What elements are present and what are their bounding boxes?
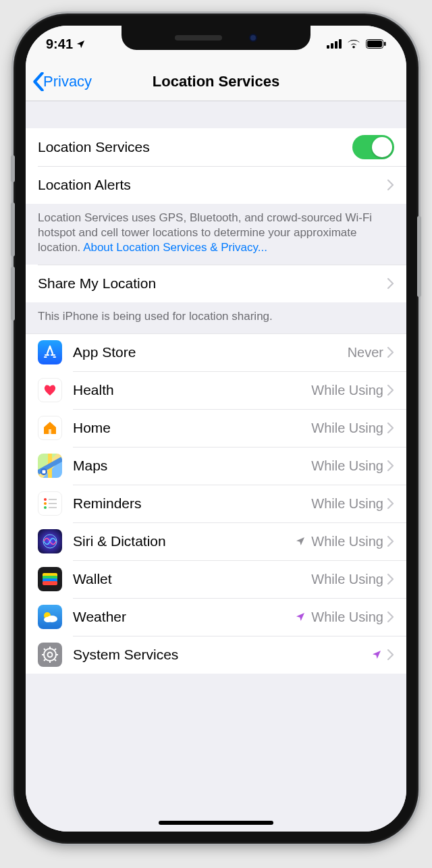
speaker-grille bbox=[175, 35, 222, 40]
chevron-right-icon bbox=[387, 612, 394, 622]
chevron-right-icon bbox=[387, 649, 394, 660]
svg-point-11 bbox=[44, 498, 47, 501]
app-row-reminders[interactable]: RemindersWhile Using bbox=[26, 485, 406, 522]
app-label: Reminders bbox=[73, 495, 142, 512]
svg-point-26 bbox=[48, 653, 53, 657]
app-label: Wallet bbox=[73, 571, 112, 587]
chevron-right-icon bbox=[387, 536, 394, 547]
content-scroll[interactable]: Location Services Location Alerts Locati… bbox=[26, 101, 406, 832]
app-label: Weather bbox=[73, 609, 126, 625]
share-location-label: Share My Location bbox=[38, 275, 156, 292]
app-row-siri[interactable]: Siri & DictationWhile Using bbox=[26, 522, 406, 560]
svg-point-13 bbox=[44, 506, 47, 509]
system-icon bbox=[38, 643, 62, 667]
about-privacy-link[interactable]: About Location Services & Privacy... bbox=[83, 241, 267, 254]
svg-rect-5 bbox=[367, 40, 382, 47]
group-main: Location Services Location Alerts bbox=[26, 128, 406, 204]
svg-line-31 bbox=[44, 649, 45, 650]
back-label: Privacy bbox=[43, 73, 92, 90]
app-value: While Using bbox=[311, 421, 383, 436]
app-value: While Using bbox=[311, 496, 383, 512]
svg-rect-0 bbox=[327, 45, 329, 49]
app-row-appstore[interactable]: App StoreNever bbox=[26, 333, 406, 371]
location-indicator-icon bbox=[295, 536, 306, 547]
location-services-label: Location Services bbox=[38, 139, 150, 155]
app-row-system[interactable]: System Services bbox=[26, 636, 406, 674]
back-button[interactable]: Privacy bbox=[32, 72, 92, 91]
row-location-services[interactable]: Location Services bbox=[26, 128, 406, 166]
health-icon bbox=[38, 378, 62, 402]
svg-rect-10 bbox=[43, 470, 46, 474]
app-label: Siri & Dictation bbox=[73, 533, 166, 549]
svg-point-25 bbox=[44, 649, 56, 661]
siri-icon bbox=[38, 529, 62, 553]
chevron-right-icon bbox=[387, 498, 394, 509]
svg-rect-6 bbox=[384, 42, 386, 46]
location-indicator-icon bbox=[371, 649, 382, 660]
maps-icon bbox=[38, 454, 62, 478]
group-share: Share My Location bbox=[26, 265, 406, 302]
app-value: While Using bbox=[311, 609, 383, 625]
group-apps: App StoreNeverHealthWhile UsingHomeWhile… bbox=[26, 333, 406, 674]
svg-point-12 bbox=[44, 502, 47, 505]
app-label: App Store bbox=[73, 344, 136, 360]
appstore-icon bbox=[38, 340, 62, 364]
svg-point-24 bbox=[44, 617, 52, 622]
svg-line-34 bbox=[55, 649, 56, 650]
power-button bbox=[417, 216, 421, 297]
footer-share-text: This iPhone is being used for location s… bbox=[38, 310, 273, 323]
cellular-icon bbox=[327, 39, 342, 49]
row-share-location[interactable]: Share My Location bbox=[26, 265, 406, 302]
app-label: System Services bbox=[73, 647, 178, 663]
location-services-toggle[interactable] bbox=[352, 135, 394, 159]
volume-up bbox=[11, 202, 15, 256]
svg-rect-3 bbox=[339, 39, 342, 49]
notch bbox=[122, 26, 310, 50]
battery-icon bbox=[366, 39, 386, 49]
app-row-home[interactable]: HomeWhile Using bbox=[26, 409, 406, 447]
svg-line-33 bbox=[44, 659, 45, 661]
app-value: While Using bbox=[311, 458, 383, 474]
chevron-right-icon bbox=[387, 347, 394, 358]
app-label: Maps bbox=[73, 458, 107, 474]
weather-icon bbox=[38, 605, 62, 629]
mute-switch bbox=[11, 155, 15, 182]
footer-location-desc: Location Services uses GPS, Bluetooth, a… bbox=[26, 204, 406, 265]
app-value: While Using bbox=[311, 534, 383, 549]
app-row-weather[interactable]: WeatherWhile Using bbox=[26, 598, 406, 636]
app-row-wallet[interactable]: WalletWhile Using bbox=[26, 560, 406, 598]
footer-share-desc: This iPhone is being used for location s… bbox=[26, 302, 406, 333]
chevron-right-icon bbox=[387, 180, 394, 190]
svg-rect-21 bbox=[43, 581, 57, 585]
chevron-right-icon bbox=[387, 460, 394, 471]
home-indicator[interactable] bbox=[159, 821, 273, 825]
device-frame: 9:41 Privacy Location Services Location … bbox=[14, 13, 418, 844]
location-indicator-icon bbox=[295, 612, 306, 622]
reminders-icon bbox=[38, 491, 62, 516]
app-value: While Using bbox=[311, 383, 383, 398]
app-label: Health bbox=[73, 382, 114, 398]
chevron-right-icon bbox=[387, 385, 394, 396]
app-label: Home bbox=[73, 420, 111, 436]
front-camera bbox=[249, 34, 257, 42]
location-arrow-icon bbox=[76, 39, 86, 49]
nav-bar: Privacy Location Services bbox=[26, 62, 406, 101]
svg-rect-1 bbox=[331, 43, 333, 49]
chevron-right-icon bbox=[387, 278, 394, 289]
home-icon bbox=[38, 416, 62, 440]
app-value: Never bbox=[348, 345, 383, 360]
location-alerts-label: Location Alerts bbox=[38, 177, 131, 193]
app-value: While Using bbox=[311, 572, 383, 587]
app-row-health[interactable]: HealthWhile Using bbox=[26, 371, 406, 409]
status-time: 9:41 bbox=[46, 36, 73, 52]
svg-line-32 bbox=[55, 659, 56, 661]
svg-rect-7 bbox=[49, 429, 51, 434]
wifi-icon bbox=[347, 39, 360, 49]
screen: 9:41 Privacy Location Services Location … bbox=[26, 26, 406, 832]
volume-down bbox=[11, 267, 15, 321]
chevron-right-icon bbox=[387, 423, 394, 433]
wallet-icon bbox=[38, 567, 62, 591]
app-row-maps[interactable]: MapsWhile Using bbox=[26, 447, 406, 485]
svg-rect-2 bbox=[335, 41, 338, 49]
row-location-alerts[interactable]: Location Alerts bbox=[26, 166, 406, 204]
